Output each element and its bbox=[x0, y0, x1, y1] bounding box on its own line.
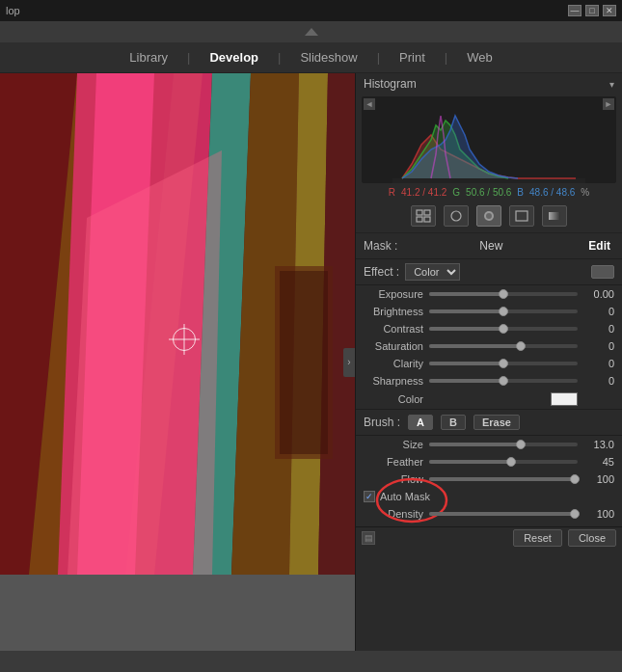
clarity-row: Clarity 0 bbox=[356, 355, 622, 372]
exposure-value: 0.00 bbox=[583, 288, 614, 300]
reset-button[interactable]: Reset bbox=[513, 529, 562, 547]
main-content: › Histogram ▾ ◄ ► bbox=[0, 73, 622, 651]
circle-tool-icon[interactable] bbox=[444, 205, 469, 227]
gradient-tool-icon[interactable] bbox=[542, 205, 567, 227]
window-title: lop bbox=[6, 5, 20, 16]
svg-rect-17 bbox=[417, 210, 422, 215]
nav-sep-2: | bbox=[278, 50, 281, 65]
density-value: 100 bbox=[583, 508, 614, 520]
mask-edit-button[interactable]: Edit bbox=[584, 238, 614, 254]
clarity-slider[interactable] bbox=[429, 362, 578, 365]
brush-b-tab[interactable]: B bbox=[441, 415, 466, 430]
brush-cursor bbox=[173, 328, 196, 351]
grid-tool-icon[interactable] bbox=[411, 205, 436, 227]
size-slider[interactable] bbox=[429, 443, 578, 446]
clarity-value: 0 bbox=[583, 358, 614, 369]
feather-label: Feather bbox=[364, 456, 423, 468]
contrast-label: Contrast bbox=[364, 323, 423, 335]
histogram-b-value: 48.6 / 48.6 bbox=[529, 187, 575, 198]
photo-canvas[interactable] bbox=[0, 73, 355, 651]
density-row: Density 100 bbox=[356, 505, 622, 523]
effect-select[interactable]: Color bbox=[405, 263, 460, 281]
brush-erase-tab[interactable]: Erase bbox=[473, 415, 520, 430]
effect-toggle[interactable] bbox=[591, 265, 614, 279]
saturation-row: Saturation 0 bbox=[356, 337, 622, 355]
sharpness-slider[interactable] bbox=[429, 379, 578, 383]
nav-develop[interactable]: Develop bbox=[207, 46, 260, 68]
exposure-slider[interactable] bbox=[429, 292, 578, 296]
svg-point-21 bbox=[451, 211, 461, 221]
mask-label: Mask : bbox=[364, 239, 397, 253]
close-button[interactable]: Close bbox=[568, 529, 616, 547]
density-slider[interactable] bbox=[429, 512, 578, 516]
image-panel[interactable]: › bbox=[0, 73, 355, 651]
collapse-arrow-icon[interactable] bbox=[305, 28, 318, 36]
contrast-row: Contrast 0 bbox=[356, 320, 622, 337]
flow-slider[interactable] bbox=[429, 477, 578, 481]
feather-value: 45 bbox=[583, 456, 614, 468]
histogram-r-label: R bbox=[389, 187, 395, 198]
brush-section-header: Brush : A B Erase bbox=[356, 409, 622, 436]
auto-mask-label: Auto Mask bbox=[380, 491, 430, 502]
histogram-percent: % bbox=[581, 187, 589, 198]
histogram-values: R 41.2 / 41.2 G 50.6 / 50.6 B 48.6 / 48.… bbox=[356, 185, 622, 200]
svg-rect-25 bbox=[549, 212, 560, 220]
bottom-left-icon[interactable]: ▤ bbox=[362, 531, 375, 545]
minimize-button[interactable]: — bbox=[568, 5, 581, 16]
top-arrow-bar bbox=[0, 21, 622, 42]
tool-icons-row bbox=[356, 200, 622, 233]
histogram-svg bbox=[362, 96, 616, 183]
nav-slideshow[interactable]: Slideshow bbox=[298, 46, 359, 68]
window-controls: — □ ✕ bbox=[568, 5, 616, 16]
panel-toggle-arrow[interactable]: › bbox=[343, 348, 355, 377]
mask-new-button[interactable]: New bbox=[475, 238, 506, 254]
histogram-chart: ◄ ► bbox=[362, 96, 616, 183]
size-value: 13.0 bbox=[583, 439, 614, 450]
sharpness-row: Sharpness 0 bbox=[356, 372, 622, 390]
effect-label: Effect : bbox=[364, 265, 399, 279]
color-row: Color bbox=[356, 390, 622, 409]
brush-a-tab[interactable]: A bbox=[408, 415, 433, 430]
nav-sep-1: | bbox=[187, 50, 190, 65]
exposure-label: Exposure bbox=[364, 288, 423, 300]
feather-slider[interactable] bbox=[429, 460, 578, 464]
svg-rect-19 bbox=[417, 217, 422, 222]
brightness-row: Brightness 0 bbox=[356, 303, 622, 320]
auto-mask-checkbox[interactable]: ✓ bbox=[364, 491, 375, 502]
contrast-slider[interactable] bbox=[429, 327, 578, 331]
histogram-collapse-icon[interactable]: ▾ bbox=[609, 79, 614, 90]
density-label: Density bbox=[364, 508, 423, 520]
nav-print[interactable]: Print bbox=[397, 46, 427, 68]
spot-tool-icon[interactable] bbox=[476, 205, 501, 227]
histogram-header: Histogram ▾ bbox=[356, 73, 622, 94]
size-row: Size 13.0 bbox=[356, 436, 622, 453]
contrast-value: 0 bbox=[583, 323, 614, 335]
svg-rect-24 bbox=[516, 211, 527, 221]
size-label: Size bbox=[364, 439, 423, 450]
flow-label: Flow bbox=[364, 473, 423, 485]
histogram-prev-icon[interactable]: ◄ bbox=[364, 98, 375, 110]
bottom-bar: ▤ Reset Close bbox=[356, 526, 622, 548]
histogram-title: Histogram bbox=[364, 77, 417, 91]
nav-web[interactable]: Web bbox=[465, 46, 495, 68]
mask-row: Mask : New Edit bbox=[356, 233, 622, 259]
brightness-slider[interactable] bbox=[429, 309, 578, 313]
rect-tool-icon[interactable] bbox=[509, 205, 534, 227]
svg-rect-11 bbox=[280, 271, 328, 454]
clarity-label: Clarity bbox=[364, 358, 423, 369]
sharpness-value: 0 bbox=[583, 375, 614, 387]
nav-library[interactable]: Library bbox=[127, 46, 170, 68]
sliders-section: Exposure 0.00 Brightness 0 Contrast bbox=[356, 285, 622, 409]
brightness-value: 0 bbox=[583, 306, 614, 317]
close-button[interactable]: ✕ bbox=[603, 5, 616, 16]
color-swatch[interactable] bbox=[551, 392, 578, 406]
nav-bar: Library | Develop | Slideshow | Print | … bbox=[0, 42, 622, 73]
histogram-r-value: 41.2 / 41.2 bbox=[401, 187, 446, 198]
maximize-button[interactable]: □ bbox=[585, 5, 599, 16]
sharpness-label: Sharpness bbox=[364, 375, 423, 387]
brush-label: Brush : bbox=[364, 416, 400, 429]
right-panel: Histogram ▾ ◄ ► bbox=[355, 73, 622, 651]
histogram-next-icon[interactable]: ► bbox=[603, 98, 614, 110]
saturation-slider[interactable] bbox=[429, 344, 578, 348]
svg-rect-18 bbox=[424, 210, 430, 215]
